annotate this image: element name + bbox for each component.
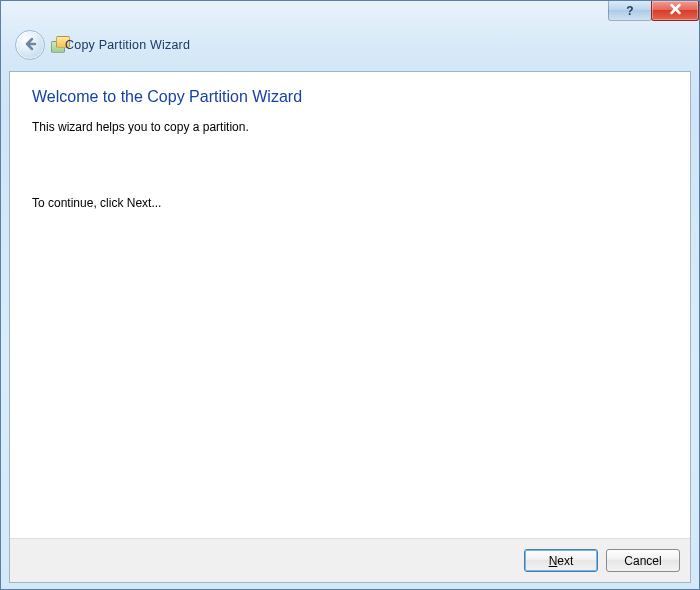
titlebar-controls: ? [609,1,699,21]
close-button[interactable] [651,1,699,21]
header: Copy Partition Wizard [1,1,699,71]
intro-text: This wizard helps you to copy a partitio… [32,120,668,134]
help-icon: ? [626,4,633,18]
close-icon [669,3,682,18]
next-button[interactable]: Next [524,549,598,572]
page-heading: Welcome to the Copy Partition Wizard [32,88,668,106]
back-button[interactable] [15,30,45,60]
continue-hint: To continue, click Next... [32,196,668,210]
header-title: Copy Partition Wizard [65,38,190,52]
button-bar: Next Cancel [10,538,690,582]
wizard-page: Welcome to the Copy Partition Wizard Thi… [9,71,691,583]
next-label-rest: ext [557,554,573,568]
cancel-button[interactable]: Cancel [606,549,680,572]
wizard-content: Welcome to the Copy Partition Wizard Thi… [10,72,690,538]
wizard-window: ? Copy Partition Wizard Welcome to the C… [0,0,700,590]
back-arrow-icon [23,37,37,54]
help-button[interactable]: ? [608,1,652,21]
cancel-label: Cancel [624,554,661,568]
